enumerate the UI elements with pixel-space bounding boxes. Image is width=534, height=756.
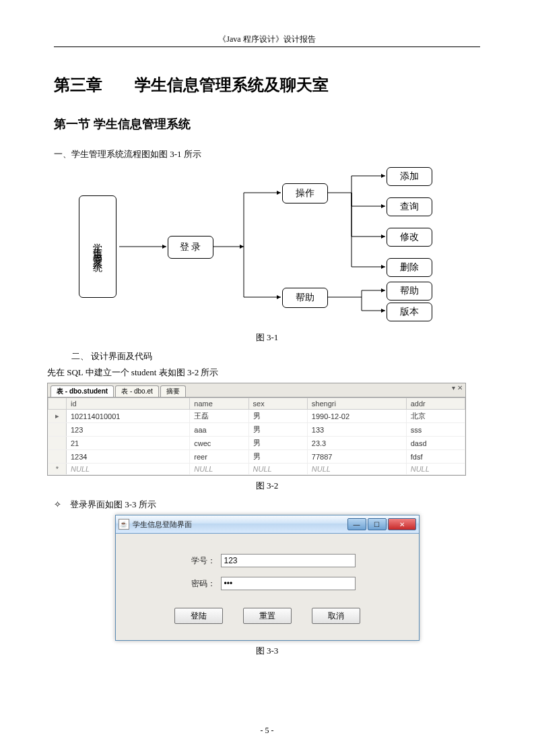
sql-data-grid: id name sex shengri addr ▸102114010001王磊… [48,398,465,475]
chapter-title: 第三章 学生信息管理系统及聊天室 [54,74,480,96]
table-cell[interactable]: dasd [406,437,465,450]
table-cell[interactable]: cwec [190,437,248,450]
login-window: ☕ 学生信息登陆界面 — ☐ ✕ 学号： 123 密码： ••• 登陆 重置 取… [115,515,420,641]
paragraph-intro2b: 先在 SQL 中建立一个 student 表如图 3-2 所示 [47,367,480,379]
cancel-button[interactable]: 取消 [312,608,360,624]
password-input[interactable]: ••• [221,577,356,590]
row-handle[interactable] [48,437,67,450]
col-id: id [67,398,190,410]
table-cell[interactable]: 102114010001 [67,410,190,423]
table-cell[interactable]: 男 [248,450,307,464]
table-cell[interactable]: fdsf [406,450,465,464]
student-id-input[interactable]: 123 [221,554,356,567]
table-cell[interactable]: reer [190,450,248,464]
table-cell[interactable]: 133 [307,423,406,437]
col-sex: sex [248,398,307,410]
header-rule [54,46,480,47]
caption-fig-3-1: 图 3-1 [54,332,480,344]
label-password: 密码： [179,578,215,590]
flow-node-query: 查询 [387,197,432,216]
table-cell[interactable]: NULL [307,464,406,475]
col-addr: addr [406,398,465,410]
table-cell[interactable]: NULL [406,464,465,475]
login-button[interactable]: 登陆 [174,608,223,624]
caption-fig-3-2: 图 3-2 [54,480,480,492]
section-title: 第一节 学生信息管理系统 [54,116,480,132]
sql-tab-summary[interactable]: 摘要 [160,385,186,397]
table-cell[interactable]: NULL [67,464,190,475]
col-name: name [190,398,248,410]
row-handle[interactable] [48,450,67,464]
table-cell[interactable]: 123 [67,423,190,437]
running-header: 《Java 程序设计》设计报告 [54,34,480,45]
paragraph-intro2: 二、 设计界面及代码 [54,350,480,363]
flow-node-operation: 操作 [282,183,328,203]
minimize-button[interactable]: — [347,518,366,530]
row-handle[interactable]: ▸ [48,410,67,423]
row-handle[interactable]: * [48,464,67,475]
login-window-title: 学生信息登陆界面 [133,519,192,530]
sql-tab-et[interactable]: 表 - dbo.et [115,385,159,397]
flow-node-login: 登 录 [168,236,213,259]
flow-node-help2: 帮助 [387,282,432,301]
reset-button[interactable]: 重置 [243,608,292,624]
paragraph-intro1: 一、学生管理系统流程图如图 3-1 所示 [54,148,480,160]
flow-node-delete: 删除 [387,258,432,277]
table-cell[interactable]: 男 [248,437,307,450]
table-cell[interactable]: sss [406,423,465,437]
col-shengri: shengri [307,398,406,410]
table-cell[interactable]: 1990-12-02 [307,410,406,423]
sql-table-screenshot: 表 - dbo.student 表 - dbo.et 摘要 ▾ ✕ id nam… [47,383,466,476]
flow-node-version: 版本 [387,303,432,321]
sql-tab-bar: 表 - dbo.student 表 - dbo.et 摘要 ▾ ✕ [48,383,465,398]
table-cell[interactable]: 21 [67,437,190,450]
table-cell[interactable]: 23.3 [307,437,406,450]
close-button[interactable]: ✕ [388,518,416,530]
flow-node-root: 学生信息管理系统 [79,195,116,298]
page-number: - 5 - [0,726,534,736]
table-cell[interactable]: 1234 [67,450,190,464]
table-cell[interactable]: NULL [248,464,307,475]
table-cell[interactable]: 77887 [307,450,406,464]
java-icon: ☕ [119,519,129,530]
sql-tab-student[interactable]: 表 - dbo.student [51,385,114,397]
maximize-button[interactable]: ☐ [368,518,387,530]
flow-node-modify: 修改 [387,228,432,247]
table-cell[interactable]: 男 [248,410,307,423]
table-cell[interactable]: NULL [190,464,248,475]
paragraph-intro3: ✧ 登录界面如图 3-3 所示 [54,499,480,511]
flowchart-figure: 学生信息管理系统 登 录 操作 帮助 添加 查询 修改 删除 帮助 版本 [79,166,456,327]
sql-tab-close-icon[interactable]: ▾ ✕ [452,384,463,391]
flow-node-add: 添加 [387,167,432,186]
table-cell[interactable]: 北京 [406,410,465,423]
table-cell[interactable]: aaa [190,423,248,437]
row-handle[interactable] [48,423,67,437]
flow-node-help: 帮助 [282,288,328,308]
label-student-id: 学号： [179,555,215,567]
caption-fig-3-3: 图 3-3 [54,645,480,657]
table-cell[interactable]: 王磊 [190,410,248,423]
login-titlebar: ☕ 学生信息登陆界面 — ☐ ✕ [116,515,419,534]
table-cell[interactable]: 男 [248,423,307,437]
